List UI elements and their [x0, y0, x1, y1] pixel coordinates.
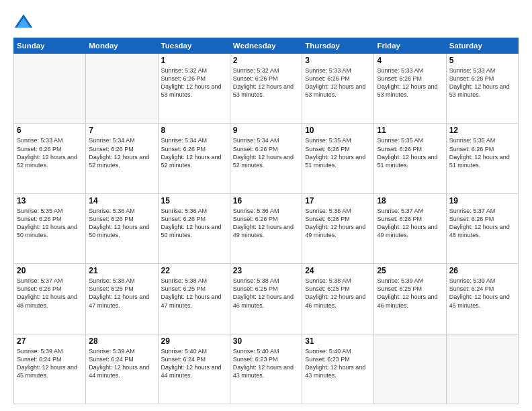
day-number: 10 — [305, 126, 371, 135]
calendar-cell: 9Sunrise: 5:34 AMSunset: 6:26 PMDaylight… — [230, 124, 302, 193]
cell-text: Sunrise: 5:38 AMSunset: 6:25 PMDaylight:… — [233, 277, 299, 310]
weekday-header-monday: Monday — [86, 38, 158, 54]
day-number: 2 — [233, 56, 299, 65]
week-row-2: 6Sunrise: 5:33 AMSunset: 6:26 PMDaylight… — [14, 124, 519, 193]
day-number: 3 — [305, 56, 371, 65]
cell-text: Sunrise: 5:38 AMSunset: 6:25 PMDaylight:… — [89, 277, 154, 310]
calendar-cell: 8Sunrise: 5:34 AMSunset: 6:26 PMDaylight… — [158, 124, 230, 193]
cell-text: Sunrise: 5:33 AMSunset: 6:26 PMDaylight:… — [449, 66, 515, 99]
logo-icon — [13, 12, 34, 32]
day-number: 17 — [305, 196, 371, 205]
calendar-cell: 17Sunrise: 5:36 AMSunset: 6:26 PMDayligh… — [302, 193, 374, 263]
cell-text: Sunrise: 5:37 AMSunset: 6:26 PMDaylight:… — [449, 207, 515, 240]
cell-text: Sunrise: 5:34 AMSunset: 6:26 PMDaylight:… — [89, 136, 154, 169]
day-number: 12 — [449, 126, 515, 135]
weekday-header-saturday: Saturday — [446, 38, 518, 54]
cell-text: Sunrise: 5:34 AMSunset: 6:26 PMDaylight:… — [161, 136, 227, 169]
logo — [13, 12, 36, 32]
calendar-cell: 1Sunrise: 5:32 AMSunset: 6:26 PMDaylight… — [158, 54, 230, 124]
day-number: 28 — [89, 336, 154, 346]
calendar-cell: 15Sunrise: 5:36 AMSunset: 6:26 PMDayligh… — [158, 193, 230, 263]
day-number: 16 — [233, 196, 299, 205]
cell-text: Sunrise: 5:35 AMSunset: 6:26 PMDaylight:… — [449, 136, 515, 169]
week-row-1: 1Sunrise: 5:32 AMSunset: 6:26 PMDaylight… — [14, 54, 519, 124]
cell-text: Sunrise: 5:32 AMSunset: 6:26 PMDaylight:… — [161, 66, 227, 99]
cell-text: Sunrise: 5:40 AMSunset: 6:24 PMDaylight:… — [161, 347, 227, 380]
cell-text: Sunrise: 5:35 AMSunset: 6:26 PMDaylight:… — [17, 207, 83, 240]
calendar-cell — [374, 334, 446, 404]
cell-text: Sunrise: 5:33 AMSunset: 6:26 PMDaylight:… — [305, 66, 371, 99]
day-number: 6 — [17, 126, 83, 135]
calendar-cell: 11Sunrise: 5:35 AMSunset: 6:26 PMDayligh… — [374, 124, 446, 193]
day-number: 7 — [89, 126, 154, 135]
day-number: 15 — [161, 196, 227, 205]
day-number: 25 — [377, 266, 443, 275]
calendar-cell: 7Sunrise: 5:34 AMSunset: 6:26 PMDaylight… — [86, 124, 158, 193]
day-number: 21 — [89, 266, 154, 275]
calendar-cell: 22Sunrise: 5:38 AMSunset: 6:25 PMDayligh… — [158, 264, 230, 334]
day-number: 18 — [377, 196, 443, 205]
day-number: 13 — [17, 196, 83, 205]
week-row-5: 27Sunrise: 5:39 AMSunset: 6:24 PMDayligh… — [14, 334, 519, 404]
calendar-cell: 30Sunrise: 5:40 AMSunset: 6:23 PMDayligh… — [230, 334, 302, 404]
day-number: 19 — [449, 196, 515, 205]
calendar-cell: 19Sunrise: 5:37 AMSunset: 6:26 PMDayligh… — [446, 193, 518, 263]
cell-text: Sunrise: 5:33 AMSunset: 6:26 PMDaylight:… — [17, 136, 83, 169]
calendar-cell: 21Sunrise: 5:38 AMSunset: 6:25 PMDayligh… — [86, 264, 158, 334]
cell-text: Sunrise: 5:38 AMSunset: 6:25 PMDaylight:… — [161, 277, 227, 310]
calendar-cell: 18Sunrise: 5:37 AMSunset: 6:26 PMDayligh… — [374, 193, 446, 263]
calendar-cell: 4Sunrise: 5:33 AMSunset: 6:26 PMDaylight… — [374, 54, 446, 124]
calendar-cell — [446, 334, 518, 404]
header — [13, 12, 519, 32]
cell-text: Sunrise: 5:36 AMSunset: 6:26 PMDaylight:… — [305, 207, 371, 240]
calendar-cell: 5Sunrise: 5:33 AMSunset: 6:26 PMDaylight… — [446, 54, 518, 124]
calendar-cell: 6Sunrise: 5:33 AMSunset: 6:26 PMDaylight… — [14, 124, 86, 193]
cell-text: Sunrise: 5:32 AMSunset: 6:26 PMDaylight:… — [233, 66, 299, 99]
calendar-cell: 2Sunrise: 5:32 AMSunset: 6:26 PMDaylight… — [230, 54, 302, 124]
calendar-cell: 26Sunrise: 5:39 AMSunset: 6:24 PMDayligh… — [446, 264, 518, 334]
calendar-table: SundayMondayTuesdayWednesdayThursdayFrid… — [13, 38, 519, 404]
weekday-header-row: SundayMondayTuesdayWednesdayThursdayFrid… — [14, 38, 519, 54]
day-number: 29 — [161, 336, 227, 346]
cell-text: Sunrise: 5:37 AMSunset: 6:26 PMDaylight:… — [17, 277, 83, 310]
day-number: 11 — [377, 126, 443, 135]
weekday-header-tuesday: Tuesday — [158, 38, 230, 54]
cell-text: Sunrise: 5:39 AMSunset: 6:24 PMDaylight:… — [449, 277, 515, 310]
cell-text: Sunrise: 5:34 AMSunset: 6:26 PMDaylight:… — [233, 136, 299, 169]
day-number: 5 — [449, 56, 515, 65]
calendar-cell: 27Sunrise: 5:39 AMSunset: 6:24 PMDayligh… — [14, 334, 86, 404]
calendar-cell: 24Sunrise: 5:38 AMSunset: 6:25 PMDayligh… — [302, 264, 374, 334]
calendar-cell: 20Sunrise: 5:37 AMSunset: 6:26 PMDayligh… — [14, 264, 86, 334]
cell-text: Sunrise: 5:39 AMSunset: 6:25 PMDaylight:… — [377, 277, 443, 310]
calendar-cell: 23Sunrise: 5:38 AMSunset: 6:25 PMDayligh… — [230, 264, 302, 334]
cell-text: Sunrise: 5:39 AMSunset: 6:24 PMDaylight:… — [17, 347, 83, 380]
cell-text: Sunrise: 5:39 AMSunset: 6:24 PMDaylight:… — [89, 347, 154, 380]
calendar-cell: 10Sunrise: 5:35 AMSunset: 6:26 PMDayligh… — [302, 124, 374, 193]
day-number: 9 — [233, 126, 299, 135]
calendar-cell: 25Sunrise: 5:39 AMSunset: 6:25 PMDayligh… — [374, 264, 446, 334]
cell-text: Sunrise: 5:35 AMSunset: 6:26 PMDaylight:… — [305, 136, 371, 169]
calendar-cell — [14, 54, 86, 124]
cell-text: Sunrise: 5:38 AMSunset: 6:25 PMDaylight:… — [305, 277, 371, 310]
calendar-cell: 3Sunrise: 5:33 AMSunset: 6:26 PMDaylight… — [302, 54, 374, 124]
weekday-header-sunday: Sunday — [14, 38, 86, 54]
day-number: 24 — [305, 266, 371, 275]
calendar-cell: 12Sunrise: 5:35 AMSunset: 6:26 PMDayligh… — [446, 124, 518, 193]
calendar-cell: 13Sunrise: 5:35 AMSunset: 6:26 PMDayligh… — [14, 193, 86, 263]
day-number: 8 — [161, 126, 227, 135]
cell-text: Sunrise: 5:33 AMSunset: 6:26 PMDaylight:… — [377, 66, 443, 99]
day-number: 22 — [161, 266, 227, 275]
week-row-4: 20Sunrise: 5:37 AMSunset: 6:26 PMDayligh… — [14, 264, 519, 334]
cell-text: Sunrise: 5:35 AMSunset: 6:26 PMDaylight:… — [377, 136, 443, 169]
weekday-header-wednesday: Wednesday — [230, 38, 302, 54]
day-number: 1 — [161, 56, 227, 65]
day-number: 4 — [377, 56, 443, 65]
calendar-cell — [86, 54, 158, 124]
cell-text: Sunrise: 5:40 AMSunset: 6:23 PMDaylight:… — [305, 347, 371, 380]
calendar-cell: 29Sunrise: 5:40 AMSunset: 6:24 PMDayligh… — [158, 334, 230, 404]
calendar-cell: 31Sunrise: 5:40 AMSunset: 6:23 PMDayligh… — [302, 334, 374, 404]
calendar-cell: 14Sunrise: 5:36 AMSunset: 6:26 PMDayligh… — [86, 193, 158, 263]
day-number: 27 — [17, 336, 83, 346]
day-number: 31 — [305, 336, 371, 346]
week-row-3: 13Sunrise: 5:35 AMSunset: 6:26 PMDayligh… — [14, 193, 519, 263]
